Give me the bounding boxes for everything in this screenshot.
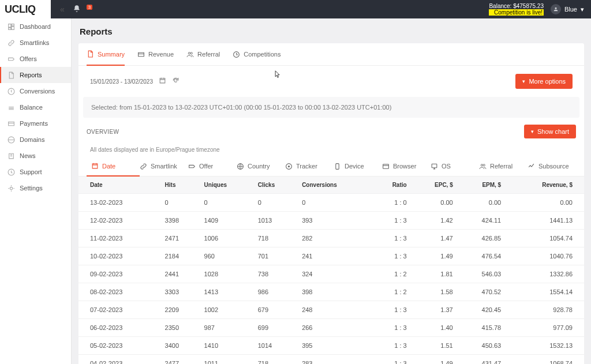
col-hits[interactable]: Hits [160, 177, 200, 194]
dim-tab-os[interactable]: OS [431, 156, 479, 176]
table-row[interactable]: 04-02-2023247710117182831 : 31.49431.471… [78, 355, 584, 365]
table-row[interactable]: 06-02-202323509876992661 : 31.40415.7897… [78, 319, 584, 337]
tab-revenue[interactable]: Revenue [137, 43, 174, 65]
chevron-down-icon: ▾ [581, 6, 584, 13]
sidebar-item-settings[interactable]: Settings [0, 180, 71, 196]
main-content: Reports Summary Revenue Referral Competi… [72, 18, 591, 364]
sidebar-icon [7, 168, 15, 176]
dim-tab-country[interactable]: Country [237, 156, 285, 176]
user-menu[interactable]: Blue ▾ [551, 4, 584, 14]
mail-badge: 3 [87, 5, 92, 10]
dim-tab-browser[interactable]: Browser [382, 156, 431, 176]
timezone-note: All dates displayed are in Europe/Prague… [78, 141, 584, 156]
sidebar-item-payments[interactable]: Payments [0, 115, 71, 132]
sidebar-item-reports[interactable]: Reports [0, 67, 71, 83]
selected-range-text: Selected: from 15-01-2023 to 13-02-2023 … [83, 97, 579, 118]
dim-tab-tracker[interactable]: Tracker [285, 156, 334, 176]
col-ratio[interactable]: Ratio [372, 177, 412, 194]
sidebar-item-label: News [20, 152, 36, 159]
mail-icon[interactable]: 3 [89, 7, 92, 12]
dim-tab-subsource[interactable]: Subsource [528, 156, 576, 176]
col-conversions[interactable]: Conversions [297, 177, 372, 194]
sidebar-collapse-icon[interactable]: « [54, 5, 70, 14]
col-date[interactable]: Date [78, 177, 160, 194]
sidebar-item-label: Domains [20, 136, 44, 143]
user-name: Blue [564, 6, 577, 13]
tab-summary[interactable]: Summary [87, 43, 125, 66]
bell-icon[interactable] [73, 5, 81, 14]
table-row[interactable]: 09-02-2023244110287383241 : 21.81546.031… [78, 265, 584, 283]
sidebar-icon [7, 136, 15, 144]
col-uniques[interactable]: Uniques [200, 177, 253, 194]
calendar-icon[interactable] [159, 77, 166, 86]
sidebar-item-offers[interactable]: Offers [0, 51, 71, 67]
svg-rect-6 [432, 164, 437, 168]
col-epm[interactable]: EPM, $ [458, 177, 506, 194]
sidebar-icon [7, 152, 15, 160]
dim-tab-device[interactable]: Device [334, 156, 382, 176]
tab-referral[interactable]: Referral [186, 43, 220, 65]
sidebar-item-label: Conversions [20, 88, 55, 95]
table-row[interactable]: 12-02-20233398140910133931 : 31.42424.11… [78, 212, 584, 230]
col-clicks[interactable]: Clicks [253, 177, 297, 194]
page-title: Reports [80, 27, 584, 36]
overview-label: OVERVIEW [87, 129, 119, 135]
sidebar-item-balance[interactable]: Balance [0, 99, 71, 115]
sidebar-item-support[interactable]: Support [0, 164, 71, 180]
sidebar-item-news[interactable]: News [0, 148, 71, 164]
svg-rect-5 [383, 164, 389, 168]
svg-point-3 [288, 165, 290, 167]
sidebar-icon [7, 184, 15, 192]
user-avatar-icon [551, 4, 561, 14]
sidebar-item-label: Dashboard [20, 23, 51, 30]
sidebar-item-label: Smartlinks [20, 39, 49, 46]
date-range[interactable]: 15/01/2023 - 13/02/2023 [90, 78, 153, 85]
dim-tab-referral[interactable]: Referral [479, 156, 528, 176]
tab-competitions[interactable]: Competitions [233, 43, 280, 65]
sidebar-icon [7, 119, 15, 127]
sidebar-item-dashboard[interactable]: Dashboard [0, 18, 71, 35]
report-tabs: Summary Revenue Referral Competitions [78, 43, 584, 66]
competition-banner[interactable]: Competition is live! [489, 9, 544, 16]
dim-tab-smartlink[interactable]: Smartlink [140, 156, 188, 176]
sidebar-item-label: Offers [20, 55, 37, 62]
sidebar-item-label: Payments [20, 120, 48, 127]
dim-tab-date[interactable]: Date [87, 156, 140, 177]
svg-rect-4 [336, 163, 339, 169]
show-chart-button[interactable]: Show chart [524, 125, 576, 138]
sidebar-item-label: Support [20, 168, 42, 175]
sidebar-item-label: Balance [20, 104, 43, 111]
more-options-button[interactable]: More options [515, 74, 573, 89]
table-row[interactable]: 05-02-20233400141010143951 : 31.51450.63… [78, 337, 584, 355]
report-table: Date Hits Uniques Clicks Conversions Rat… [78, 177, 584, 364]
table-row[interactable]: 10-02-202321849607012411 : 31.49476.5410… [78, 247, 584, 265]
table-row[interactable]: 13-02-202300001 : 00.000.000.00 [78, 194, 584, 212]
dim-tab-offer[interactable]: Offer [188, 156, 237, 176]
sidebar-icon [7, 39, 15, 47]
table-row[interactable]: 07-02-2023220910026792481 : 31.37420.459… [78, 301, 584, 319]
topbar: UCLIQ « 3 Balance: $475875.23 Competitio… [0, 0, 591, 18]
sidebar-item-label: Reports [20, 72, 42, 78]
table-row[interactable]: 08-02-2023330314139863981 : 21.58470.521… [78, 283, 584, 301]
sidebar-item-label: Settings [20, 185, 43, 192]
sidebar-item-conversions[interactable]: Conversions [0, 83, 71, 99]
dimension-tabs: Date Smartlink Offer Country Tracker Dev… [78, 156, 584, 177]
refresh-icon[interactable] [172, 77, 179, 86]
sidebar-item-domains[interactable]: Domains [0, 132, 71, 148]
balance-label: Balance: $475875.23 [489, 3, 544, 9]
sidebar-icon [7, 87, 15, 95]
sidebar-icon [7, 71, 15, 79]
col-epc[interactable]: EPC, $ [412, 177, 458, 194]
sidebar-item-smartlinks[interactable]: Smartlinks [0, 35, 71, 51]
sidebar-icon [7, 55, 15, 63]
col-revenue[interactable]: Revenue, $ [506, 177, 584, 194]
sidebar-icon [7, 103, 15, 111]
brand-logo: UCLIQ [0, 0, 51, 18]
sidebar-icon [7, 22, 15, 31]
sidebar: DashboardSmartlinksOffersReportsConversi… [0, 18, 72, 364]
table-row[interactable]: 11-02-2023247110067182821 : 31.47426.851… [78, 230, 584, 247]
